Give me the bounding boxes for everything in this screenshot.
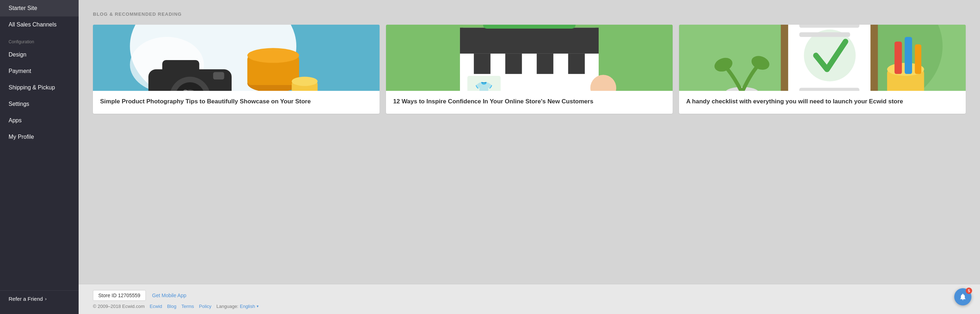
card-image-1 <box>93 25 380 91</box>
footer: Store ID 12705559 Get Mobile App © 2009–… <box>79 284 980 314</box>
svg-rect-46 <box>799 32 850 37</box>
svg-rect-45 <box>799 25 859 27</box>
footer-top-row: Store ID 12705559 Get Mobile App <box>93 290 966 301</box>
svg-rect-53 <box>894 41 902 74</box>
chevron-right-icon: › <box>45 296 46 301</box>
svg-point-42 <box>804 30 856 81</box>
sidebar-config-label: Configuration <box>0 33 79 46</box>
section-title: BLOG & RECOMMENDED READING <box>93 11 966 17</box>
footer-language-value[interactable]: English <box>240 304 255 309</box>
footer-copyright: © 2009–2018 Ecwid.com <box>93 304 145 309</box>
blog-card-3[interactable]: A handy checklist with everything you wi… <box>679 25 966 114</box>
card-2-title: 12 Ways to Inspire Confidence In Your On… <box>386 91 673 114</box>
sidebar-item-design[interactable]: Design <box>0 46 79 63</box>
svg-text:👕: 👕 <box>475 80 493 91</box>
card-1-title: Simple Product Photography Tips to Beaut… <box>93 91 380 114</box>
content-area: BLOG & RECOMMENDED READING <box>79 0 980 284</box>
get-mobile-app-link[interactable]: Get Mobile App <box>152 293 186 298</box>
svg-rect-9 <box>213 72 224 80</box>
refer-friend-label: Refer a Friend <box>9 296 43 302</box>
svg-rect-54 <box>905 37 912 74</box>
chevron-down-icon: ▾ <box>257 304 259 309</box>
bell-icon <box>959 293 967 301</box>
svg-rect-43 <box>799 88 859 91</box>
svg-rect-27 <box>483 25 576 29</box>
svg-rect-4 <box>162 60 199 75</box>
blog-cards-grid: Simple Product Photography Tips to Beaut… <box>93 25 966 114</box>
blog-card-2[interactable]: WE ARE OPEN 👕 <box>386 25 673 114</box>
footer-language-selector[interactable]: Language: English ▾ <box>216 304 259 309</box>
footer-link-ecwid[interactable]: Ecwid <box>150 304 162 309</box>
card-image-3 <box>679 25 966 91</box>
svg-rect-25 <box>537 54 554 74</box>
sidebar-item-payment[interactable]: Payment <box>0 63 79 80</box>
sidebar: Starter Site All Sales Channels Configur… <box>0 0 79 314</box>
card-image-2: WE ARE OPEN 👕 <box>386 25 673 91</box>
svg-point-14 <box>292 77 317 86</box>
notification-badge: 5 <box>966 287 972 294</box>
card-3-title: A handy checklist with everything you wi… <box>679 91 966 114</box>
sidebar-item-settings[interactable]: Settings <box>0 96 79 112</box>
footer-link-terms[interactable]: Terms <box>181 304 194 309</box>
svg-rect-26 <box>568 54 585 74</box>
svg-rect-21 <box>460 27 599 56</box>
footer-link-blog[interactable]: Blog <box>167 304 176 309</box>
sidebar-item-all-sales-channels[interactable]: All Sales Channels <box>0 16 79 33</box>
store-id-badge: Store ID 12705559 <box>93 290 146 301</box>
blog-card-1[interactable]: Simple Product Photography Tips to Beaut… <box>93 25 380 114</box>
footer-bottom-row: © 2009–2018 Ecwid.com Ecwid Blog Terms P… <box>93 304 966 309</box>
footer-link-policy[interactable]: Policy <box>199 304 212 309</box>
notification-bell[interactable]: 5 <box>954 288 971 305</box>
sidebar-item-apps[interactable]: Apps <box>0 112 79 129</box>
sidebar-item-shipping[interactable]: Shipping & Pickup <box>0 80 79 96</box>
svg-rect-55 <box>915 45 921 74</box>
footer-language-label: Language: <box>216 304 239 309</box>
main-content: BLOG & RECOMMENDED READING <box>79 0 980 314</box>
sidebar-item-starter-site[interactable]: Starter Site <box>0 0 79 16</box>
svg-rect-23 <box>474 54 491 74</box>
svg-point-12 <box>247 48 299 62</box>
refer-friend-button[interactable]: Refer a Friend › <box>0 290 79 307</box>
sidebar-item-my-profile[interactable]: My Profile <box>0 129 79 145</box>
svg-rect-24 <box>505 54 522 74</box>
